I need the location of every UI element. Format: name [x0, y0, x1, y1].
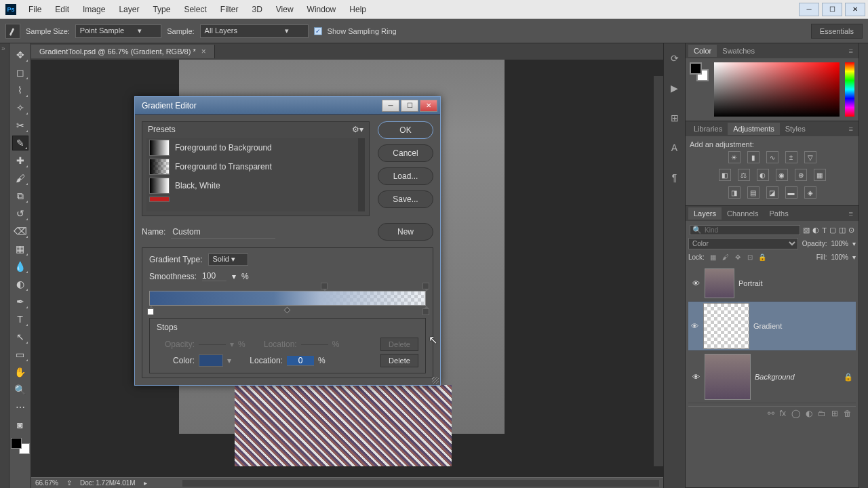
adj-threshold-icon[interactable]: ◪ — [766, 186, 778, 199]
show-sampling-ring-checkbox[interactable]: ✓ — [314, 27, 322, 35]
healing-brush-tool[interactable]: ✚ — [12, 153, 28, 168]
document-tab[interactable]: GradientTool.psd @ 66.7% (Gradient, RGB/… — [31, 45, 215, 58]
gradient-tool[interactable]: ▦ — [12, 241, 28, 256]
opacity-value[interactable]: 100% — [831, 240, 848, 247]
layer-thumbnail[interactable] — [705, 268, 734, 298]
filter-smart-icon[interactable]: ◫ — [839, 226, 846, 235]
foreground-background-colors[interactable] — [11, 438, 30, 454]
lasso-tool[interactable]: ⌇ — [12, 83, 28, 98]
layer-thumbnail[interactable] — [703, 303, 749, 349]
tab-channels[interactable]: Channels — [722, 207, 764, 220]
zoom-level[interactable]: 66.67% — [35, 479, 58, 487]
layer-visibility-icon[interactable]: 👁 — [691, 279, 701, 287]
edit-toolbar[interactable]: ⋯ — [12, 400, 28, 415]
color-ramp[interactable] — [714, 62, 840, 117]
menu-window[interactable]: Window — [300, 0, 343, 19]
dialog-titlebar[interactable]: Gradient Editor ─ ☐ ✕ — [135, 97, 440, 115]
presets-scrollbar[interactable] — [358, 138, 365, 211]
opacity-stop[interactable] — [321, 283, 328, 289]
hand-tool[interactable]: ✋ — [12, 365, 28, 380]
filter-pixel-icon[interactable]: ▧ — [803, 226, 810, 235]
preset-item[interactable]: Black, White — [146, 176, 365, 195]
dialog-resize-grip[interactable] — [432, 377, 439, 384]
magic-wand-tool[interactable]: ✧ — [12, 100, 28, 115]
menu-file[interactable]: File — [22, 0, 48, 19]
sample-select[interactable]: All Layers ▾ — [200, 24, 309, 38]
layer-name[interactable]: Background — [755, 373, 795, 381]
hue-strip[interactable] — [845, 62, 854, 117]
adj-invert-icon[interactable]: ◨ — [728, 186, 741, 199]
gradient-bar-editor[interactable] — [149, 291, 426, 306]
color-panel-swatches[interactable] — [690, 62, 709, 81]
layer-item-background[interactable]: 👁 Background 🔒 — [688, 351, 856, 403]
doc-info[interactable]: Doc: 1.72M/4.01M — [80, 479, 136, 487]
layer-style-icon[interactable]: fx — [780, 409, 786, 418]
rectangle-tool[interactable]: ▭ — [12, 347, 28, 362]
right-dock-collapse[interactable] — [859, 43, 868, 488]
new-layer-icon[interactable]: ⊞ — [831, 409, 838, 418]
adj-gradientmap-icon[interactable]: ▬ — [785, 186, 797, 199]
preset-item[interactable]: Foreground to Transparent — [146, 157, 365, 176]
tab-libraries[interactable]: Libraries — [688, 123, 728, 135]
layer-item-portrait[interactable]: 👁 Portrait — [688, 266, 856, 302]
left-dock-collapse[interactable] — [0, 43, 9, 488]
adj-levels-icon[interactable]: ▮ — [747, 151, 760, 163]
tab-adjustments[interactable]: Adjustments — [728, 123, 780, 135]
lock-transparency-icon[interactable]: ▦ — [709, 252, 718, 262]
filter-toggle-icon[interactable]: ⊙ — [848, 226, 854, 235]
blend-mode-select[interactable]: Color — [688, 238, 798, 249]
layer-name[interactable]: Portrait — [738, 279, 762, 287]
color-panel-fg[interactable] — [690, 62, 702, 75]
adj-colorlookup-icon[interactable]: ▦ — [814, 169, 826, 181]
adj-posterize-icon[interactable]: ▤ — [747, 186, 760, 199]
stop-color-location-input[interactable]: 0 — [287, 356, 314, 366]
ok-button[interactable]: OK — [378, 121, 433, 139]
window-minimize-button[interactable]: ─ — [799, 3, 819, 16]
gradient-type-select[interactable]: Solid ▾ — [208, 253, 249, 266]
menu-type[interactable]: Type — [146, 0, 177, 19]
new-fill-layer-icon[interactable]: ◐ — [806, 409, 812, 418]
menu-image[interactable]: Image — [76, 0, 112, 19]
tool-preset-icon[interactable] — [5, 24, 20, 39]
preset-item[interactable] — [146, 195, 365, 203]
adj-hue-icon[interactable]: ◧ — [719, 169, 731, 181]
layer-filter-kind[interactable] — [702, 226, 797, 235]
cancel-button[interactable]: Cancel — [378, 144, 433, 162]
layer-name[interactable]: Gradient — [753, 322, 782, 330]
layers-panel-menu-icon[interactable]: ≡ — [846, 209, 856, 218]
brush-tool[interactable]: 🖌 — [12, 171, 28, 186]
opacity-stop[interactable] — [422, 283, 429, 289]
menu-help[interactable]: Help — [342, 0, 373, 19]
paragraph-panel-icon[interactable]: ¶ — [668, 171, 682, 184]
eyedropper-tool[interactable]: ✎ — [12, 136, 28, 150]
actions-panel-icon[interactable]: ▶ — [668, 81, 682, 95]
doc-info-flyout-icon[interactable]: ▸ — [144, 479, 147, 487]
move-tool[interactable]: ✥ — [12, 47, 28, 62]
filter-adjustment-icon[interactable]: ◐ — [812, 226, 819, 235]
adj-curves-icon[interactable]: ∿ — [766, 151, 778, 163]
properties-panel-icon[interactable]: ⊞ — [668, 111, 682, 125]
type-tool[interactable]: T — [12, 312, 28, 327]
history-panel-icon[interactable]: ⟳ — [668, 52, 682, 65]
lock-position-icon[interactable]: ✥ — [733, 252, 743, 262]
menu-edit[interactable]: Edit — [48, 0, 76, 19]
stop-color-swatch[interactable] — [199, 354, 223, 367]
gradient-bar[interactable] — [149, 291, 426, 306]
dialog-minimize-button[interactable]: ─ — [382, 100, 399, 112]
link-layers-icon[interactable]: ⚯ — [768, 409, 774, 418]
blur-tool[interactable]: 💧 — [12, 259, 28, 274]
color-stop[interactable] — [147, 308, 154, 315]
delete-layer-icon[interactable]: 🗑 — [844, 409, 852, 418]
dodge-tool[interactable]: ◐ — [12, 277, 28, 291]
menu-view[interactable]: View — [269, 0, 300, 19]
crop-tool[interactable]: ✂ — [12, 118, 28, 133]
layer-visibility-icon[interactable]: 👁 — [691, 373, 701, 381]
menu-layer[interactable]: Layer — [112, 0, 146, 19]
smoothness-input[interactable] — [202, 271, 226, 281]
canvas-scrollbar-horizontal[interactable] — [182, 480, 659, 487]
midpoint-stop[interactable] — [283, 307, 290, 314]
adj-bw-icon[interactable]: ◐ — [757, 169, 769, 181]
history-brush-tool[interactable]: ↺ — [12, 206, 28, 221]
layer-visibility-icon[interactable]: 👁 — [690, 322, 699, 330]
layer-mask-icon[interactable]: ◯ — [791, 409, 800, 418]
